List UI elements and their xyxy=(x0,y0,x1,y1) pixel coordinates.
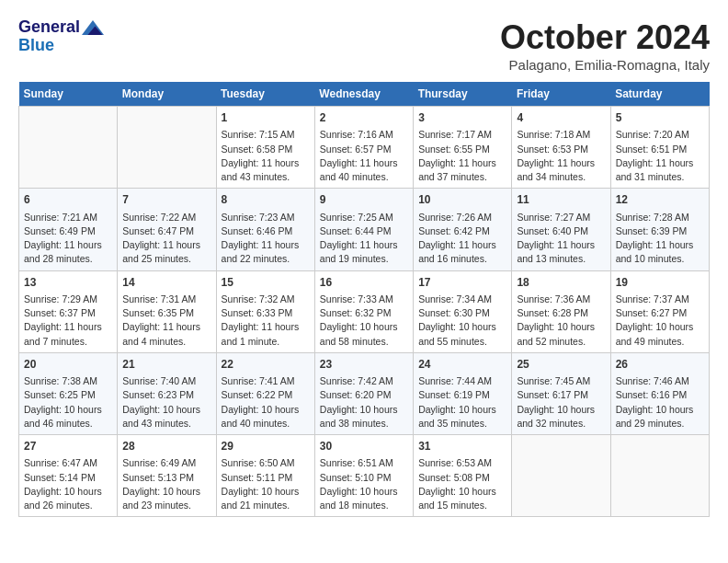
logo-icon xyxy=(82,20,104,35)
header-wednesday: Wednesday xyxy=(314,82,413,107)
day-number: 29 xyxy=(222,439,310,454)
day-info: Sunrise: 7:32 AM Sunset: 6:33 PM Dayligh… xyxy=(222,293,310,349)
day-info: Sunrise: 7:46 AM Sunset: 6:16 PM Dayligh… xyxy=(616,374,704,431)
day-number: 5 xyxy=(616,110,704,126)
day-info: Sunrise: 7:44 AM Sunset: 6:19 PM Dayligh… xyxy=(418,374,506,431)
calendar-cell: 18Sunrise: 7:36 AM Sunset: 6:28 PM Dayli… xyxy=(512,270,610,352)
calendar-cell: 29Sunrise: 6:50 AM Sunset: 5:11 PM Dayli… xyxy=(216,435,314,517)
day-number: 26 xyxy=(616,357,704,373)
calendar-cell: 25Sunrise: 7:45 AM Sunset: 6:17 PM Dayli… xyxy=(512,352,610,434)
calendar-cell: 7Sunrise: 7:22 AM Sunset: 6:47 PM Daylig… xyxy=(118,189,216,270)
day-info: Sunrise: 7:21 AM Sunset: 6:49 PM Dayligh… xyxy=(24,211,112,267)
day-number: 13 xyxy=(24,275,112,291)
day-info: Sunrise: 7:34 AM Sunset: 6:30 PM Dayligh… xyxy=(418,293,506,349)
calendar-cell xyxy=(19,107,118,189)
day-number: 8 xyxy=(222,192,310,208)
calendar-cell: 16Sunrise: 7:33 AM Sunset: 6:32 PM Dayli… xyxy=(314,270,413,352)
day-info: Sunrise: 7:29 AM Sunset: 6:37 PM Dayligh… xyxy=(24,293,112,349)
calendar-header-row: SundayMondayTuesdayWednesdayThursdayFrid… xyxy=(19,82,710,107)
calendar-cell: 13Sunrise: 7:29 AM Sunset: 6:37 PM Dayli… xyxy=(19,270,118,352)
day-number: 22 xyxy=(222,357,310,373)
header-thursday: Thursday xyxy=(414,82,512,107)
logo: General Blue xyxy=(18,18,104,55)
calendar-cell: 19Sunrise: 7:37 AM Sunset: 6:27 PM Dayli… xyxy=(610,270,709,352)
calendar-cell: 27Sunrise: 6:47 AM Sunset: 5:14 PM Dayli… xyxy=(19,435,118,517)
calendar-cell: 20Sunrise: 7:38 AM Sunset: 6:25 PM Dayli… xyxy=(19,352,118,434)
day-number: 17 xyxy=(418,275,506,291)
calendar-cell xyxy=(610,435,709,517)
day-number: 11 xyxy=(517,192,605,208)
day-info: Sunrise: 7:31 AM Sunset: 6:35 PM Dayligh… xyxy=(122,293,210,349)
day-info: Sunrise: 6:50 AM Sunset: 5:11 PM Dayligh… xyxy=(222,456,310,512)
calendar-table: SundayMondayTuesdayWednesdayThursdayFrid… xyxy=(18,82,710,517)
day-info: Sunrise: 7:15 AM Sunset: 6:58 PM Dayligh… xyxy=(222,128,310,184)
day-number: 12 xyxy=(616,192,704,208)
page-header: General Blue October 2024 Palagano, Emil… xyxy=(18,18,710,73)
calendar-cell: 15Sunrise: 7:32 AM Sunset: 6:33 PM Dayli… xyxy=(216,270,314,352)
day-number: 27 xyxy=(24,439,112,454)
day-number: 2 xyxy=(320,110,408,126)
day-info: Sunrise: 6:49 AM Sunset: 5:13 PM Dayligh… xyxy=(122,456,210,512)
calendar-cell: 1Sunrise: 7:15 AM Sunset: 6:58 PM Daylig… xyxy=(216,107,314,189)
calendar-cell xyxy=(118,107,216,189)
day-info: Sunrise: 7:18 AM Sunset: 6:53 PM Dayligh… xyxy=(517,128,605,184)
day-info: Sunrise: 6:47 AM Sunset: 5:14 PM Dayligh… xyxy=(24,456,112,512)
calendar-cell: 11Sunrise: 7:27 AM Sunset: 6:40 PM Dayli… xyxy=(512,189,610,270)
logo-blue: Blue xyxy=(18,37,54,55)
calendar-cell xyxy=(512,435,610,517)
calendar-cell: 4Sunrise: 7:18 AM Sunset: 6:53 PM Daylig… xyxy=(512,107,610,189)
day-info: Sunrise: 7:25 AM Sunset: 6:44 PM Dayligh… xyxy=(320,211,408,267)
day-info: Sunrise: 7:37 AM Sunset: 6:27 PM Dayligh… xyxy=(616,293,704,349)
calendar-cell: 31Sunrise: 6:53 AM Sunset: 5:08 PM Dayli… xyxy=(414,435,512,517)
calendar-cell: 14Sunrise: 7:31 AM Sunset: 6:35 PM Dayli… xyxy=(118,270,216,352)
day-number: 7 xyxy=(122,192,210,208)
day-number: 30 xyxy=(320,439,408,454)
day-number: 3 xyxy=(418,110,506,126)
month-title: October 2024 xyxy=(500,18,710,57)
calendar-cell: 28Sunrise: 6:49 AM Sunset: 5:13 PM Dayli… xyxy=(118,435,216,517)
day-info: Sunrise: 7:40 AM Sunset: 6:23 PM Dayligh… xyxy=(122,374,210,431)
header-friday: Friday xyxy=(512,82,610,107)
calendar-cell: 21Sunrise: 7:40 AM Sunset: 6:23 PM Dayli… xyxy=(118,352,216,434)
header-monday: Monday xyxy=(118,82,216,107)
day-number: 28 xyxy=(122,439,210,454)
day-info: Sunrise: 7:20 AM Sunset: 6:51 PM Dayligh… xyxy=(616,128,704,184)
calendar-week-3: 13Sunrise: 7:29 AM Sunset: 6:37 PM Dayli… xyxy=(19,270,710,352)
calendar-cell: 30Sunrise: 6:51 AM Sunset: 5:10 PM Dayli… xyxy=(314,435,413,517)
calendar-cell: 23Sunrise: 7:42 AM Sunset: 6:20 PM Dayli… xyxy=(314,352,413,434)
calendar-cell: 24Sunrise: 7:44 AM Sunset: 6:19 PM Dayli… xyxy=(414,352,512,434)
day-info: Sunrise: 7:38 AM Sunset: 6:25 PM Dayligh… xyxy=(24,374,112,431)
day-info: Sunrise: 7:27 AM Sunset: 6:40 PM Dayligh… xyxy=(517,211,605,267)
day-number: 21 xyxy=(122,357,210,373)
calendar-week-4: 20Sunrise: 7:38 AM Sunset: 6:25 PM Dayli… xyxy=(19,352,710,434)
calendar-cell: 22Sunrise: 7:41 AM Sunset: 6:22 PM Dayli… xyxy=(216,352,314,434)
day-info: Sunrise: 6:51 AM Sunset: 5:10 PM Dayligh… xyxy=(320,456,408,512)
header-tuesday: Tuesday xyxy=(216,82,314,107)
day-number: 23 xyxy=(320,357,408,373)
day-info: Sunrise: 7:23 AM Sunset: 6:46 PM Dayligh… xyxy=(222,211,310,267)
day-number: 9 xyxy=(320,192,408,208)
day-number: 16 xyxy=(320,275,408,291)
day-info: Sunrise: 7:17 AM Sunset: 6:55 PM Dayligh… xyxy=(418,128,506,184)
calendar-cell: 2Sunrise: 7:16 AM Sunset: 6:57 PM Daylig… xyxy=(314,107,413,189)
calendar-cell: 5Sunrise: 7:20 AM Sunset: 6:51 PM Daylig… xyxy=(610,107,709,189)
day-number: 31 xyxy=(418,439,506,454)
title-section: October 2024 Palagano, Emilia-Romagna, I… xyxy=(500,18,710,73)
header-saturday: Saturday xyxy=(610,82,709,107)
header-sunday: Sunday xyxy=(19,82,118,107)
day-number: 20 xyxy=(24,357,112,373)
day-number: 4 xyxy=(517,110,605,126)
calendar-cell: 9Sunrise: 7:25 AM Sunset: 6:44 PM Daylig… xyxy=(314,189,413,270)
day-info: Sunrise: 7:42 AM Sunset: 6:20 PM Dayligh… xyxy=(320,374,408,431)
calendar-cell: 26Sunrise: 7:46 AM Sunset: 6:16 PM Dayli… xyxy=(610,352,709,434)
day-number: 1 xyxy=(222,110,310,126)
logo-general: General xyxy=(18,18,80,37)
day-number: 24 xyxy=(418,357,506,373)
calendar-week-2: 6Sunrise: 7:21 AM Sunset: 6:49 PM Daylig… xyxy=(19,189,710,270)
calendar-cell: 12Sunrise: 7:28 AM Sunset: 6:39 PM Dayli… xyxy=(610,189,709,270)
day-info: Sunrise: 7:26 AM Sunset: 6:42 PM Dayligh… xyxy=(418,211,506,267)
calendar-week-1: 1Sunrise: 7:15 AM Sunset: 6:58 PM Daylig… xyxy=(19,107,710,189)
calendar-cell: 17Sunrise: 7:34 AM Sunset: 6:30 PM Dayli… xyxy=(414,270,512,352)
day-info: Sunrise: 7:45 AM Sunset: 6:17 PM Dayligh… xyxy=(517,374,605,431)
day-number: 18 xyxy=(517,275,605,291)
